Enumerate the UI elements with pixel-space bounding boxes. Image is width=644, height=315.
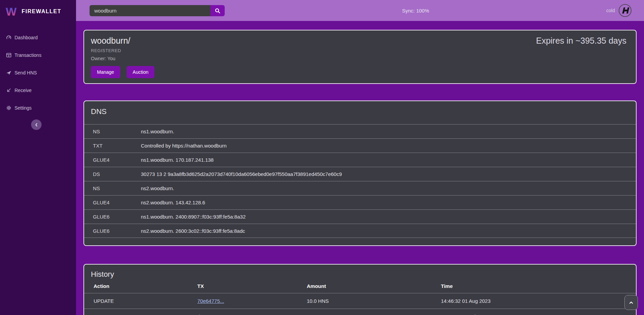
dns-record-type: NS (93, 185, 141, 191)
history-col-action: Action (94, 283, 197, 289)
handshake-logo-icon (618, 4, 632, 17)
sidebar-item-label: Transactions (15, 52, 42, 58)
dns-card: DNS NS ns1.woodburn. TXT Controlled by h… (83, 100, 637, 246)
history-row: UPDATE 70e64775... 10.0 HNS 14:46:32 01 … (84, 293, 636, 309)
sidebar-item-transactions[interactable]: Transactions (0, 46, 76, 64)
history-amount: 10.0 HNS (307, 314, 441, 315)
top-bar: Sync: 100% cold (76, 0, 644, 21)
dns-table: NS ns1.woodburn. TXT Controlled by https… (84, 124, 636, 238)
send-icon (6, 70, 11, 75)
dns-record-value: ns2.woodburn. 2600:3c02::f03c:93ff:fe5a:… (141, 228, 245, 234)
dns-record-row: DS 30273 13 2 9a3a8fb3d625d2a2073d740f10… (84, 167, 636, 181)
dns-record-value: 30273 13 2 9a3a8fb3d625d2a2073d740f10da6… (141, 171, 342, 177)
manage-button[interactable]: Manage (91, 66, 120, 78)
dns-record-row: NS ns1.woodburn. (84, 124, 636, 138)
history-title: History (84, 270, 636, 279)
firewallet-logo-icon: W (5, 5, 18, 18)
sidebar-item-label: Settings (15, 105, 32, 111)
sidebar-collapse-button[interactable] (31, 119, 42, 130)
history-amount: 10.0 HNS (307, 298, 441, 304)
dns-record-value: ns2.woodburn. 143.42.128.6 (141, 200, 205, 205)
dns-record-type: NS (93, 129, 141, 134)
sidebar-item-label: Receive (15, 88, 32, 93)
history-row: RENEW d72e5c... 10.0 HNS 15:15:06 07 Jul… (84, 309, 636, 315)
search-button[interactable] (210, 5, 225, 16)
sidebar-item-receive[interactable]: Receive (0, 82, 76, 99)
sidebar-item-label: Send HNS (15, 70, 37, 75)
dns-record-row: GLUE4 ns1.woodburn. 170.187.241.138 (84, 153, 636, 167)
history-time: 15:15:06 07 Jul 2023 (441, 314, 636, 315)
sidebar-item-settings[interactable]: Settings (0, 99, 76, 117)
history-col-amount: Amount (307, 283, 441, 289)
dns-record-value: ns1.woodburn. 170.187.241.138 (141, 157, 214, 163)
dns-record-value: ns2.woodburn. (141, 185, 174, 191)
domain-summary-card: woodburn/ REGISTERED Owner: You Manage A… (83, 30, 637, 84)
domain-status: REGISTERED (91, 48, 629, 53)
tx-link[interactable]: 70e64775... (197, 298, 224, 304)
brand: W FIREWALLET (0, 0, 76, 23)
search-icon (215, 8, 221, 14)
dns-title: DNS (84, 107, 636, 116)
dns-record-type: GLUE4 (93, 157, 141, 163)
main-content: woodburn/ REGISTERED Owner: You Manage A… (76, 21, 644, 315)
sync-status: Sync: 100% (402, 0, 429, 21)
table-icon (6, 52, 11, 58)
dns-record-value: Controlled by https://nathan.woodburn (141, 143, 227, 149)
wallet-indicator[interactable]: cold (606, 0, 632, 21)
history-time: 14:46:32 01 Aug 2023 (441, 298, 636, 304)
search-input[interactable] (90, 5, 210, 16)
domain-owner: Owner: You (91, 56, 629, 61)
dns-record-value: ns1.woodburn. (141, 129, 174, 134)
search-bar (90, 5, 225, 16)
dns-record-type: TXT (93, 143, 141, 149)
dns-record-type: GLUE6 (93, 214, 141, 220)
history-card: History Action TX Amount Time UPDATE 70e… (83, 264, 637, 315)
history-header-row: Action TX Amount Time (84, 279, 636, 293)
auction-button[interactable]: Auction (127, 66, 155, 78)
wallet-name: cold (606, 8, 615, 13)
sidebar-item-send-hns[interactable]: Send HNS (0, 64, 76, 82)
svg-text:W: W (6, 5, 17, 18)
dns-record-row: GLUE4 ns2.woodburn. 143.42.128.6 (84, 195, 636, 209)
expires-label: Expires in ~395.35 days (536, 36, 626, 46)
dns-record-type: DS (93, 171, 141, 177)
gear-icon (6, 105, 11, 111)
receive-arrow-icon (6, 88, 11, 93)
history-action: RENEW (94, 314, 197, 315)
gauge-icon (6, 35, 11, 40)
tx-link[interactable]: d72e5c... (197, 314, 218, 315)
sidebar: W FIREWALLET Dashboard Transact (0, 0, 76, 315)
sidebar-item-dashboard[interactable]: Dashboard (0, 29, 76, 46)
dns-record-value: ns1.woodburn. 2400:8907::f03c:93ff:fe5a:… (141, 214, 246, 220)
history-col-time: Time (441, 283, 636, 289)
chevron-left-icon (34, 122, 39, 127)
history-action: UPDATE (94, 298, 197, 304)
chevron-up-icon (628, 300, 634, 305)
dns-record-row: TXT Controlled by https://nathan.woodbur… (84, 138, 636, 153)
domain-actions: Manage Auction (91, 66, 629, 78)
dns-record-type: GLUE4 (93, 200, 141, 205)
sidebar-item-label: Dashboard (15, 35, 38, 40)
dns-record-row: GLUE6 ns2.woodburn. 2600:3c02::f03c:93ff… (84, 224, 636, 238)
dns-record-row: GLUE6 ns1.woodburn. 2400:8907::f03c:93ff… (84, 209, 636, 224)
scroll-to-top-button[interactable] (624, 295, 638, 310)
sidebar-nav: Dashboard Transactions Send HNS (0, 29, 76, 117)
brand-title: FIREWALLET (22, 8, 61, 15)
history-col-tx: TX (197, 283, 307, 289)
dns-record-row: NS ns2.woodburn. (84, 181, 636, 195)
dns-record-type: GLUE6 (93, 228, 141, 234)
